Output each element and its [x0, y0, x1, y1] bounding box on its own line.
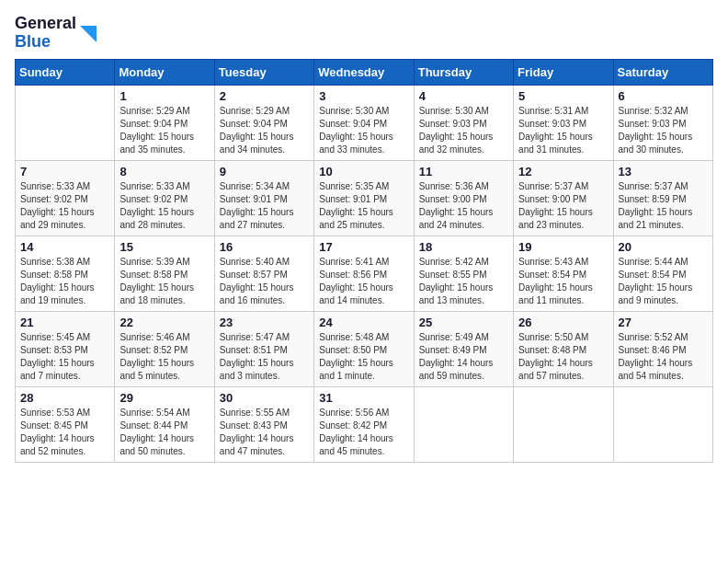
day-info: Sunrise: 5:50 AMSunset: 8:48 PMDaylight:…	[518, 331, 608, 383]
calendar-cell: 13Sunrise: 5:37 AMSunset: 8:59 PMDayligh…	[613, 160, 712, 236]
day-number: 11	[419, 165, 508, 178]
calendar-cell: 25Sunrise: 5:49 AMSunset: 8:49 PMDayligh…	[414, 311, 513, 386]
calendar-cell: 23Sunrise: 5:47 AMSunset: 8:51 PMDayligh…	[214, 311, 313, 386]
weekday-header-wednesday: Wednesday	[314, 59, 414, 85]
day-info: Sunrise: 5:32 AMSunset: 9:03 PMDaylight:…	[619, 105, 708, 156]
calendar-cell: 11Sunrise: 5:36 AMSunset: 9:00 PMDayligh…	[414, 160, 513, 236]
calendar-cell: 22Sunrise: 5:46 AMSunset: 8:52 PMDayligh…	[115, 311, 214, 386]
calendar-cell: 27Sunrise: 5:52 AMSunset: 8:46 PMDayligh…	[613, 311, 712, 386]
calendar-cell: 9Sunrise: 5:34 AMSunset: 9:01 PMDaylight…	[214, 160, 313, 236]
day-info: Sunrise: 5:46 AMSunset: 8:52 PMDaylight:…	[119, 331, 209, 383]
calendar-cell: 26Sunrise: 5:50 AMSunset: 8:48 PMDayligh…	[514, 311, 613, 386]
calendar-cell	[514, 386, 613, 462]
calendar-cell: 4Sunrise: 5:30 AMSunset: 9:03 PMDaylight…	[414, 85, 513, 160]
day-number: 2	[220, 89, 309, 103]
logo: General Blue	[15, 15, 98, 52]
day-info: Sunrise: 5:45 AMSunset: 8:53 PMDaylight:…	[20, 331, 109, 383]
calendar-week-row: 21Sunrise: 5:45 AMSunset: 8:53 PMDayligh…	[16, 311, 713, 386]
day-info: Sunrise: 5:38 AMSunset: 8:58 PMDaylight:…	[20, 256, 109, 307]
calendar-table: SundayMondayTuesdayWednesdayThursdayFrid…	[15, 59, 713, 463]
weekday-header-sunday: Sunday	[16, 59, 115, 85]
calendar-cell: 18Sunrise: 5:42 AMSunset: 8:55 PMDayligh…	[414, 236, 513, 311]
svg-marker-0	[80, 26, 97, 42]
day-info: Sunrise: 5:30 AMSunset: 9:04 PMDaylight:…	[319, 105, 408, 156]
day-number: 7	[20, 165, 109, 178]
calendar-cell: 31Sunrise: 5:56 AMSunset: 8:42 PMDayligh…	[314, 386, 414, 462]
logo-general: General	[15, 15, 76, 33]
calendar-cell: 24Sunrise: 5:48 AMSunset: 8:50 PMDayligh…	[314, 311, 414, 386]
day-info: Sunrise: 5:42 AMSunset: 8:55 PMDaylight:…	[419, 256, 508, 307]
day-info: Sunrise: 5:37 AMSunset: 8:59 PMDaylight:…	[619, 180, 708, 232]
day-number: 24	[319, 316, 408, 329]
day-number: 15	[119, 240, 209, 254]
day-number: 5	[518, 89, 608, 103]
day-number: 18	[419, 240, 508, 254]
day-info: Sunrise: 5:40 AMSunset: 8:57 PMDaylight:…	[220, 256, 309, 307]
calendar-cell: 19Sunrise: 5:43 AMSunset: 8:54 PMDayligh…	[514, 236, 613, 311]
day-info: Sunrise: 5:53 AMSunset: 8:45 PMDaylight:…	[20, 407, 109, 458]
logo-blue: Blue	[15, 33, 76, 52]
day-info: Sunrise: 5:52 AMSunset: 8:46 PMDaylight:…	[619, 331, 708, 383]
day-info: Sunrise: 5:56 AMSunset: 8:42 PMDaylight:…	[319, 407, 408, 458]
page-header: General Blue	[15, 15, 713, 52]
calendar-week-row: 14Sunrise: 5:38 AMSunset: 8:58 PMDayligh…	[16, 236, 713, 311]
calendar-cell: 15Sunrise: 5:39 AMSunset: 8:58 PMDayligh…	[115, 236, 214, 311]
weekday-header-thursday: Thursday	[414, 59, 513, 85]
weekday-header-friday: Friday	[514, 59, 613, 85]
calendar-week-row: 7Sunrise: 5:33 AMSunset: 9:02 PMDaylight…	[16, 160, 713, 236]
calendar-cell: 30Sunrise: 5:55 AMSunset: 8:43 PMDayligh…	[214, 386, 313, 462]
calendar-cell: 16Sunrise: 5:40 AMSunset: 8:57 PMDayligh…	[214, 236, 313, 311]
calendar-cell	[16, 85, 115, 160]
day-number: 28	[20, 391, 109, 405]
weekday-header-tuesday: Tuesday	[214, 59, 313, 85]
day-number: 26	[518, 316, 608, 329]
day-number: 3	[319, 89, 408, 103]
calendar-cell: 6Sunrise: 5:32 AMSunset: 9:03 PMDaylight…	[613, 85, 712, 160]
calendar-cell: 28Sunrise: 5:53 AMSunset: 8:45 PMDayligh…	[16, 386, 115, 462]
day-info: Sunrise: 5:43 AMSunset: 8:54 PMDaylight:…	[518, 256, 608, 307]
calendar-cell: 14Sunrise: 5:38 AMSunset: 8:58 PMDayligh…	[16, 236, 115, 311]
day-number: 22	[119, 316, 209, 329]
calendar-cell: 12Sunrise: 5:37 AMSunset: 9:00 PMDayligh…	[514, 160, 613, 236]
day-number: 6	[619, 89, 708, 103]
day-info: Sunrise: 5:34 AMSunset: 9:01 PMDaylight:…	[220, 180, 309, 232]
day-number: 14	[20, 240, 109, 254]
weekday-header-saturday: Saturday	[613, 59, 712, 85]
day-number: 23	[220, 316, 309, 329]
day-info: Sunrise: 5:35 AMSunset: 9:01 PMDaylight:…	[319, 180, 408, 232]
day-number: 20	[619, 240, 708, 254]
calendar-cell	[414, 386, 513, 462]
day-info: Sunrise: 5:31 AMSunset: 9:03 PMDaylight:…	[518, 105, 608, 156]
calendar-week-row: 28Sunrise: 5:53 AMSunset: 8:45 PMDayligh…	[16, 386, 713, 462]
day-number: 31	[319, 391, 408, 405]
day-info: Sunrise: 5:39 AMSunset: 8:58 PMDaylight:…	[119, 256, 209, 307]
day-number: 13	[619, 165, 708, 178]
calendar-cell: 10Sunrise: 5:35 AMSunset: 9:01 PMDayligh…	[314, 160, 414, 236]
day-info: Sunrise: 5:55 AMSunset: 8:43 PMDaylight:…	[220, 407, 309, 458]
day-number: 25	[419, 316, 508, 329]
day-number: 4	[419, 89, 508, 103]
day-info: Sunrise: 5:47 AMSunset: 8:51 PMDaylight:…	[220, 331, 309, 383]
day-number: 19	[518, 240, 608, 254]
day-info: Sunrise: 5:44 AMSunset: 8:54 PMDaylight:…	[619, 256, 708, 307]
day-number: 8	[119, 165, 209, 178]
day-info: Sunrise: 5:33 AMSunset: 9:02 PMDaylight:…	[20, 180, 109, 232]
weekday-header-monday: Monday	[115, 59, 214, 85]
calendar-cell: 3Sunrise: 5:30 AMSunset: 9:04 PMDaylight…	[314, 85, 414, 160]
day-info: Sunrise: 5:48 AMSunset: 8:50 PMDaylight:…	[319, 331, 408, 383]
day-info: Sunrise: 5:54 AMSunset: 8:44 PMDaylight:…	[119, 407, 209, 458]
calendar-cell: 5Sunrise: 5:31 AMSunset: 9:03 PMDaylight…	[514, 85, 613, 160]
calendar-cell: 8Sunrise: 5:33 AMSunset: 9:02 PMDaylight…	[115, 160, 214, 236]
day-number: 30	[220, 391, 309, 405]
calendar-cell: 20Sunrise: 5:44 AMSunset: 8:54 PMDayligh…	[613, 236, 712, 311]
calendar-cell: 17Sunrise: 5:41 AMSunset: 8:56 PMDayligh…	[314, 236, 414, 311]
day-info: Sunrise: 5:30 AMSunset: 9:03 PMDaylight:…	[419, 105, 508, 156]
day-number: 16	[220, 240, 309, 254]
day-number: 17	[319, 240, 408, 254]
day-info: Sunrise: 5:33 AMSunset: 9:02 PMDaylight:…	[119, 180, 209, 232]
day-number: 27	[619, 316, 708, 329]
day-number: 9	[220, 165, 309, 178]
calendar-cell	[613, 386, 712, 462]
day-info: Sunrise: 5:29 AMSunset: 9:04 PMDaylight:…	[220, 105, 309, 156]
calendar-cell: 1Sunrise: 5:29 AMSunset: 9:04 PMDaylight…	[115, 85, 214, 160]
